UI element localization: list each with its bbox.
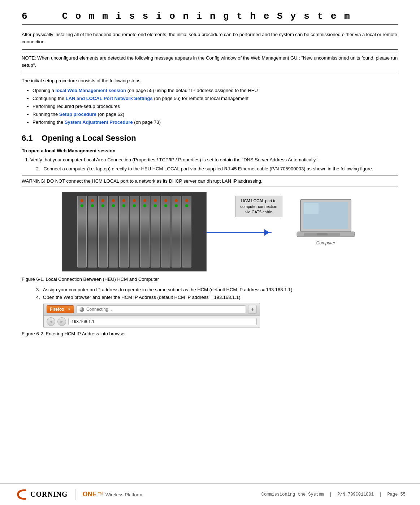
hcm-label-box: HCM LOCAL port tocomputer connectionvia …	[235, 196, 282, 217]
heu-slot	[140, 196, 150, 267]
footer-logo-area: CORNING ONE TM Wireless Platform	[14, 487, 142, 502]
heu-chassis	[62, 192, 207, 271]
heu-slot	[172, 196, 181, 267]
footer-part-number: P/N 709C011801	[337, 492, 374, 497]
step4-num: 4.	[36, 295, 40, 300]
firefox-button[interactable]: Firefox ▼	[47, 305, 74, 313]
heu-slot	[109, 196, 118, 267]
warning-text: WARNING! DO NOT connect the HCM LOCAL po…	[22, 178, 263, 184]
cable-arrow	[264, 229, 269, 236]
step-1: Verify that your computer Local Area Con…	[30, 156, 398, 164]
local-session-link[interactable]: local Web Management session	[56, 88, 126, 93]
footer-right: Commissioning the System | P/N 709C01180…	[261, 492, 406, 497]
bullet-prefix: Performing the	[33, 119, 65, 125]
list-item: Performing required pre-setup procedures	[33, 103, 398, 110]
forward-button[interactable]: ►	[57, 317, 66, 326]
step-2-container: 2. Connect a computer (i.e. laptop) dire…	[36, 166, 398, 171]
firefox-dropdown-arrow: ▼	[66, 308, 71, 311]
chapter-number: 6	[22, 11, 29, 22]
step-4: 4. Open the Web browser and enter the HC…	[36, 295, 398, 300]
cable-line	[207, 232, 272, 233]
heu-slot	[130, 196, 139, 267]
steps-3-4: 3. Assign your computer an IP address to…	[36, 287, 398, 300]
svg-text:Computer: Computer	[316, 240, 335, 245]
step2-text: Connect a computer (i.e. laptop) directl…	[43, 166, 373, 171]
loading-spinner	[79, 307, 84, 312]
subsection-heading: To open a local Web Management session	[22, 148, 398, 153]
heu-slot	[151, 196, 160, 267]
figure1-caption: Figure 6-1. Local Connection Between (HE…	[22, 277, 398, 282]
bullet-prefix: Opening a	[33, 88, 56, 93]
step3-num: 3.	[36, 287, 40, 292]
heu-slots	[74, 192, 195, 271]
tm-mark: TM	[98, 492, 103, 495]
list-item: Configuring the LAN and LOCAL Port Netwo…	[33, 95, 398, 103]
corning-logo: CORNING	[14, 487, 68, 502]
step3-text: Assign your computer an IP address to op…	[43, 287, 294, 292]
step4-text: Open the Web browser and enter the HCM I…	[43, 295, 242, 300]
corning-c-logo	[14, 487, 29, 502]
list-item: Opening a local Web Management session (…	[33, 87, 398, 95]
connecting-text: Connecting...	[86, 307, 112, 312]
new-tab-button[interactable]: +	[248, 305, 257, 314]
setup-procedure-link[interactable]: Setup procedure	[59, 112, 96, 117]
note-box: NOTE: When unconfigured elements are det…	[22, 52, 398, 71]
intro-paragraph: After physically installing all of the h…	[22, 31, 398, 45]
computer-area: Computer	[286, 192, 358, 271]
warning-box: WARNING! DO NOT connect the HCM LOCAL po…	[22, 175, 398, 187]
bullet-prefix: Configuring the	[33, 96, 66, 101]
footer-page-number: Page 55	[387, 492, 406, 497]
chapter-title-text: C o m m i s s i o n i n g t h e S y s t …	[62, 11, 351, 22]
bullet-suffix: (on page 56) for remote or local managem…	[154, 96, 248, 101]
section-title-text: Opening a Local Session	[42, 134, 136, 143]
bullet-prefix: Running the	[33, 112, 59, 117]
footer-separator-1: |	[329, 492, 332, 497]
heu-slot	[77, 196, 87, 267]
wireless-platform-label: Wireless Platform	[105, 492, 142, 497]
bullet-list: Opening a local Web Management session (…	[33, 87, 398, 126]
forward-icon: ►	[60, 319, 64, 324]
section-number: 6.1	[22, 134, 33, 143]
plus-icon: +	[251, 306, 254, 313]
figure2-caption: Figure 6-2. Entering HCM IP Address into…	[22, 331, 398, 336]
heu-slot	[182, 196, 191, 267]
figure-1-container: HCM LOCAL port tocomputer connectionvia …	[22, 192, 398, 271]
computer-svg: Computer	[293, 196, 358, 261]
note-text: NOTE: When unconfigured elements are det…	[22, 55, 398, 68]
browser-mockup: Firefox ▼ Connecting... + ◄	[43, 303, 260, 328]
corning-text: CORNING	[30, 490, 68, 499]
footer-divider	[75, 489, 75, 500]
bullet-suffix: (on page 73)	[134, 119, 161, 125]
one-wireless-area: ONE TM Wireless Platform	[83, 491, 142, 498]
heu-slot	[98, 196, 108, 267]
chapter-title: 6 C o m m i s s i o n i n g t h e S y s …	[22, 11, 398, 25]
address-bar-top[interactable]: Connecting...	[76, 305, 246, 313]
footer-separator-2: |	[379, 492, 382, 497]
heu-slot	[88, 196, 97, 267]
step-3: 3. Assign your computer an IP address to…	[36, 287, 398, 292]
list-item: Running the Setup procedure (on page 62)	[33, 110, 398, 118]
cable-area: HCM LOCAL port tocomputer connectionvia …	[207, 192, 286, 271]
svg-rect-5	[317, 233, 328, 235]
url-text: 193.168.1.1	[72, 319, 94, 324]
bullet-suffix: (on page 55) using the default IP addres…	[127, 88, 258, 93]
adjustment-procedure-link[interactable]: System Adjustment Procedure	[65, 119, 133, 125]
numbered-steps: Verify that your computer Local Area Con…	[30, 156, 398, 164]
heu-slot	[119, 196, 129, 267]
one-label: ONE	[83, 491, 97, 498]
footer-page-info: Commissioning the System	[261, 492, 324, 497]
section-61-title: 6.1 Opening a Local Session	[22, 134, 398, 143]
heu-slot	[161, 196, 170, 267]
firefox-label: Firefox	[50, 307, 64, 312]
lan-settings-link[interactable]: LAN and LOCAL Port Network Settings	[66, 96, 153, 101]
back-icon: ◄	[49, 319, 53, 324]
list-item: Performing the System Adjustment Procedu…	[33, 118, 398, 126]
step1-text: Verify that your computer Local Area Con…	[30, 157, 319, 162]
bullet-suffix: (on page 62)	[98, 112, 125, 117]
svg-rect-2	[304, 203, 319, 214]
bullet-text: Performing required pre-setup procedures	[33, 104, 120, 109]
footer: CORNING ONE TM Wireless Platform Commiss…	[0, 483, 420, 505]
url-field[interactable]: 193.168.1.1	[68, 318, 257, 325]
step2-num: 2.	[36, 166, 40, 171]
back-button[interactable]: ◄	[47, 317, 55, 326]
